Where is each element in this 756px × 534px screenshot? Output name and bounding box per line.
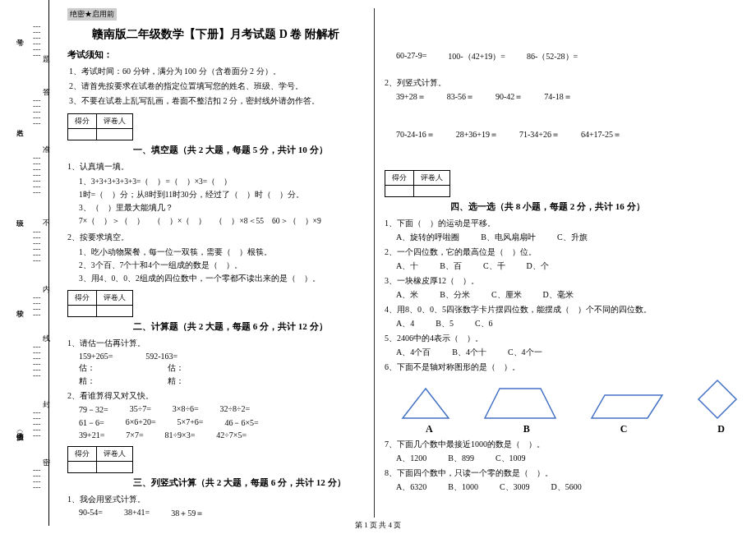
c1c2: 精： <box>168 375 184 387</box>
binding-sidebar: 学号 姓名 班级 学校 乡镇（街道） ┆┆┆┆┆┆ 题 答 ┆┆┆┆┆ 准 ┆┆… <box>0 0 49 526</box>
c1a1: 159+265= <box>79 352 113 361</box>
main-content: 绝密★启用前 赣南版二年级数学【下册】月考试题 D 卷 附解析 考试须知： 1、… <box>58 8 748 518</box>
reviewer-label: 评卷人 <box>97 114 133 129</box>
svg-marker-0 <box>403 389 449 418</box>
score-label: 得分 <box>68 114 97 129</box>
score-box-3: 得分评卷人 <box>67 446 133 473</box>
svg-marker-2 <box>592 395 662 418</box>
q1-d: 7×（ ）＞（ ） （ ）×（ ） （ ）×8＜55 60＞（ ）×9 <box>79 214 364 228</box>
dots-8: ┆┆┆┆ <box>33 468 40 491</box>
side-mi: 密 <box>41 452 52 455</box>
q1-a: 1、3+3+3+3+3+3=（ ）=（ ）×3=（ ） <box>79 175 364 188</box>
left-column: 绝密★启用前 赣南版二年级数学【下册】月考试题 D 卷 附解析 考试须知： 1、… <box>58 8 375 518</box>
ch-q1: 1、下面（ ）的运动是平移。 <box>385 216 738 230</box>
vert-head: 1、我会用竖式计算。 <box>67 492 364 506</box>
trapezoid-icon <box>483 387 557 420</box>
calc1-head: 1、请估一估再计算。 <box>67 336 364 350</box>
notice-head: 考试须知： <box>67 48 364 61</box>
dots-5: ┆┆┆┆ <box>33 296 40 319</box>
score-box-4: 得分评卷人 <box>385 170 450 197</box>
q2-c: 3、用4、0、0、2组成的四位数中，一个零都不读出来的是（ ）。 <box>79 272 364 285</box>
dots-1: ┆┆┆┆┆┆ <box>33 25 40 59</box>
parallelogram-icon <box>590 394 664 420</box>
right-column: 60-27-9=100-（42+19）=86-（52-28）= 2、列竖式计算。… <box>375 8 748 518</box>
dots-3: ┆┆┆┆┆┆┆ <box>33 156 40 196</box>
side-zhun: 准 <box>41 140 52 143</box>
dots-7: ┆┆┆┆┆ <box>33 411 40 440</box>
notice-3: 3、不要在试卷上乱写乱画，卷面不整洁扣 2 分，密封线外请勿作答。 <box>69 94 364 108</box>
vert2-head: 2、列竖式计算。 <box>385 76 738 90</box>
section-1-head: 一、填空题（共 2 大题，每题 5 分，共计 10 分） <box>133 144 364 156</box>
ch-q4: 4、用8、0、0、5四张数字卡片摆四位数，能摆成（ ）个不同的四位数。 <box>385 302 738 316</box>
ch-q2: 2、一个四位数，它的最高位是（ ）位。 <box>385 245 738 259</box>
page-footer: 第 1 页 共 4 页 <box>0 520 756 531</box>
score-box-1: 得分评卷人 <box>67 113 133 140</box>
secret-label: 绝密★启用前 <box>67 8 117 21</box>
dots-4: ┆┆┆┆┆┆ <box>33 230 40 265</box>
q1-head: 1、认真填一填。 <box>67 159 364 173</box>
q1-b: 1时=（ ）分；从8时到11时30分，经过了（ ）时（ ）分。 <box>79 188 364 201</box>
side-xian: 线 <box>41 329 52 332</box>
ch-q5: 5、2406中的4表示（ ）。 <box>385 331 738 345</box>
dots-2: ┆┆┆┆┆ <box>33 99 40 127</box>
section-3-head: 三、列竖式计算（共 2 大题，每题 6 分，共计 12 分） <box>133 476 364 489</box>
ch-q6: 6、下面不是轴对称图形的是（ ）。 <box>385 360 738 374</box>
notice-2: 2、请首先按要求在试卷的指定位置填写您的姓名、班级、学号。 <box>69 79 364 94</box>
svg-marker-3 <box>698 380 736 418</box>
side-bu: 不 <box>41 214 52 217</box>
exam-title: 赣南版二年级数学【下册】月考试题 D 卷 附解析 <box>67 27 364 42</box>
c1c1: 精： <box>79 375 95 387</box>
ch-q3: 3、一块橡皮厚12（ ）。 <box>385 274 738 288</box>
c1b1: 估： <box>79 362 95 374</box>
ch-q7: 7、下面几个数中最接近1000的数是（ ）。 <box>385 437 738 451</box>
dots-6: ┆┆┆┆┆┆ <box>33 345 40 380</box>
shapes-row <box>401 379 738 420</box>
shape-labels: A B C D <box>426 423 738 435</box>
c1a2: 592-163= <box>145 352 177 361</box>
side-da: 答 <box>41 82 52 85</box>
svg-marker-1 <box>485 389 555 418</box>
q2-head: 2、按要求填空。 <box>67 230 364 244</box>
label-a: A <box>426 423 433 435</box>
section-2-head: 二、计算题（共 2 大题，每题 6 分，共计 12 分） <box>133 320 364 333</box>
score-box-2: 得分评卷人 <box>67 290 133 317</box>
triangle-icon <box>401 387 450 420</box>
side-ti: 题 <box>41 49 52 53</box>
notice-1: 1、考试时间：60 分钟，满分为 100 分（含卷面分 2 分）。 <box>69 64 364 79</box>
q2-a: 1、吃小动物聚餐，每一位一双筷，需要（ ）根筷。 <box>79 246 364 259</box>
side-nei: 内 <box>41 279 52 283</box>
section-4-head: 四、选一选（共 8 小题，每题 2 分，共计 16 分） <box>450 200 738 213</box>
side-feng: 封 <box>41 394 52 398</box>
calc2-head: 2、看谁算得又对又快。 <box>67 389 364 403</box>
label-b: B <box>523 423 530 435</box>
q1-c: 3、（ ）里最大能填几？ <box>79 201 364 214</box>
c1b2: 估： <box>168 362 184 374</box>
q2-b: 2、3个百、7个十和4个一组成的数是（ ）。 <box>79 259 364 272</box>
ch-q8: 8、下面四个数中，只读一个零的数是（ ）。 <box>385 466 738 480</box>
label-c: C <box>620 423 628 435</box>
label-d: D <box>717 423 725 435</box>
diamond-icon <box>697 379 738 420</box>
